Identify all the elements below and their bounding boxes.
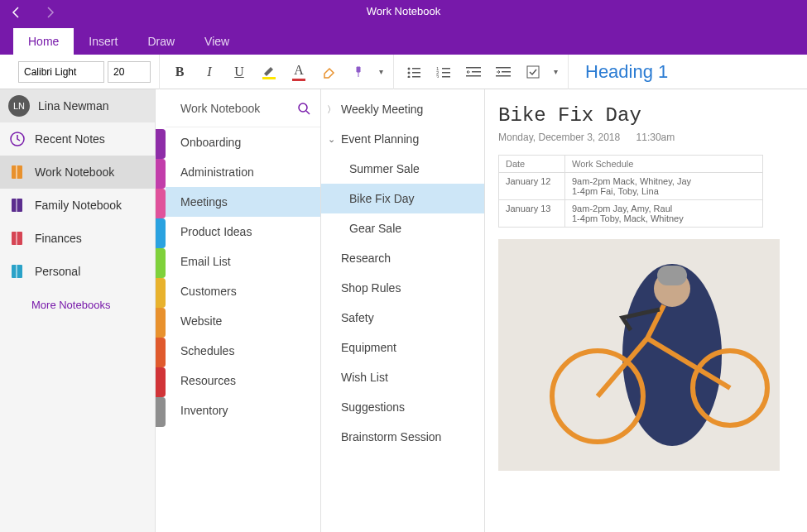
chevron-right-icon: 〉 xyxy=(321,103,341,116)
page-item-label: Bike Fix Day xyxy=(349,192,415,205)
svg-rect-11 xyxy=(442,76,450,78)
section-color-tab[interactable] xyxy=(156,248,166,278)
page-meta: Monday, December 3, 2018 11:30am xyxy=(498,132,794,143)
paint-icon xyxy=(352,65,365,79)
page-item[interactable]: Equipment xyxy=(321,333,484,362)
table-row[interactable]: January 129am-2pm Mack, Whitney, Jay1-4p… xyxy=(499,173,763,200)
page-item-label: Suggestions xyxy=(341,400,405,414)
page-item[interactable]: Summer Sale xyxy=(321,154,484,184)
font-more-dropdown[interactable]: ▾ xyxy=(373,67,388,76)
section-item[interactable]: Onboarding xyxy=(166,127,320,157)
section-color-tab[interactable] xyxy=(156,159,166,189)
notebook-label: Recent Notes xyxy=(35,132,105,146)
page-item[interactable]: Gear Sale xyxy=(321,213,484,243)
section-color-tab[interactable] xyxy=(156,218,166,248)
section-color-tab[interactable] xyxy=(156,278,166,308)
italic-button[interactable]: I xyxy=(195,57,224,87)
notebook-label: Finances xyxy=(35,232,82,245)
bullets-button[interactable] xyxy=(399,57,429,87)
svg-rect-17 xyxy=(496,75,511,77)
font-family-input[interactable] xyxy=(18,61,104,83)
table-header: Date xyxy=(499,156,565,173)
section-item[interactable]: Schedules xyxy=(166,336,320,366)
profile-row[interactable]: LN Lina Newman xyxy=(0,89,155,122)
clear-formatting-button[interactable] xyxy=(314,57,343,87)
page-item[interactable]: Bike Fix Day xyxy=(321,184,484,213)
table-cell[interactable]: 9am-2pm Mack, Whitney, Jay1-4pm Fai, Tob… xyxy=(565,173,763,200)
page-item-label: Wish List xyxy=(341,371,388,384)
more-notebooks[interactable]: More Notebooks xyxy=(0,288,155,321)
page-item[interactable]: 〉Weekly Meeting xyxy=(321,94,484,124)
page-item[interactable]: Shop Rules xyxy=(321,273,484,303)
page-item[interactable]: Research xyxy=(321,243,484,273)
page-item-label: Safety xyxy=(341,311,374,324)
style-heading[interactable]: Heading 1 xyxy=(574,61,688,83)
profile-name: Lina Newman xyxy=(38,99,109,113)
section-color-tab[interactable] xyxy=(156,189,166,218)
eraser-icon xyxy=(321,65,336,79)
sections-header: Work Notebook xyxy=(166,89,320,127)
tab-view[interactable]: View xyxy=(190,28,244,55)
page-item-label: Gear Sale xyxy=(349,222,401,235)
page-item[interactable]: ⌄Event Planning xyxy=(321,124,484,154)
bold-button[interactable]: B xyxy=(165,57,195,87)
page-title[interactable]: Bike Fix Day xyxy=(498,104,794,127)
notebook-item[interactable]: Family Notebook xyxy=(0,189,155,222)
highlighter-icon xyxy=(262,65,276,76)
font-size-input[interactable] xyxy=(108,61,151,83)
todo-button[interactable] xyxy=(518,57,548,87)
svg-rect-25 xyxy=(16,232,17,245)
section-item[interactable]: Meetings xyxy=(166,187,320,217)
page-item[interactable]: Brainstorm Session xyxy=(321,422,484,452)
section-item[interactable]: Email List xyxy=(166,247,320,276)
section-color-tab[interactable] xyxy=(156,397,166,427)
section-item[interactable]: Resources xyxy=(166,366,320,395)
section-color-tab[interactable] xyxy=(156,367,166,397)
table-cell[interactable]: 9am-2pm Jay, Amy, Raul1-4pm Toby, Mack, … xyxy=(565,200,763,228)
avatar: LN xyxy=(8,95,30,117)
section-item[interactable]: Administration xyxy=(166,157,320,187)
page-item[interactable]: Wish List xyxy=(321,362,484,392)
bike-photo-placeholder xyxy=(498,239,780,471)
numbering-button[interactable]: 123 xyxy=(429,57,459,87)
section-color-tab[interactable] xyxy=(156,129,166,159)
tab-draw[interactable]: Draw xyxy=(132,28,190,55)
page-item-label: Brainstorm Session xyxy=(341,430,441,443)
font-color-button[interactable]: A xyxy=(284,57,314,87)
table-row[interactable]: January 139am-2pm Jay, Amy, Raul1-4pm To… xyxy=(499,200,763,228)
table-cell[interactable]: January 12 xyxy=(499,173,565,200)
svg-rect-16 xyxy=(502,71,511,73)
format-painter-button[interactable] xyxy=(343,57,373,87)
svg-rect-33 xyxy=(657,266,687,285)
paragraph-more-dropdown[interactable]: ▾ xyxy=(548,67,563,76)
section-color-tab[interactable] xyxy=(156,338,166,367)
section-item[interactable]: Website xyxy=(166,306,320,336)
svg-point-28 xyxy=(299,103,307,112)
notebook-icon xyxy=(8,262,26,280)
svg-rect-23 xyxy=(16,199,17,212)
notebook-item[interactable]: Personal xyxy=(0,255,155,288)
section-color-tab[interactable] xyxy=(156,308,166,338)
section-item[interactable]: Product Ideas xyxy=(166,217,320,247)
section-item[interactable]: Customers xyxy=(166,276,320,306)
notebook-item[interactable]: Finances xyxy=(0,222,155,255)
page-item[interactable]: Suggestions xyxy=(321,392,484,422)
notebook-item[interactable]: Recent Notes xyxy=(0,122,155,156)
notebook-item[interactable]: Work Notebook xyxy=(0,156,155,189)
indent-button[interactable] xyxy=(488,57,518,87)
table-cell[interactable]: January 13 xyxy=(499,200,565,228)
search-icon[interactable] xyxy=(297,102,310,115)
page-image[interactable] xyxy=(498,239,780,471)
schedule-table[interactable]: DateWork Schedule January 129am-2pm Mack… xyxy=(498,155,763,228)
svg-rect-15 xyxy=(496,67,511,69)
highlight-button[interactable] xyxy=(254,57,284,87)
page-item[interactable]: Safety xyxy=(321,303,484,333)
tab-home[interactable]: Home xyxy=(13,28,74,55)
section-item[interactable]: Inventory xyxy=(166,395,320,425)
forward-button[interactable] xyxy=(33,0,66,25)
underline-button[interactable]: U xyxy=(224,57,254,87)
page-item-label: Research xyxy=(341,252,391,265)
outdent-button[interactable] xyxy=(459,57,488,87)
tab-insert[interactable]: Insert xyxy=(74,28,132,55)
back-button[interactable] xyxy=(0,0,33,25)
